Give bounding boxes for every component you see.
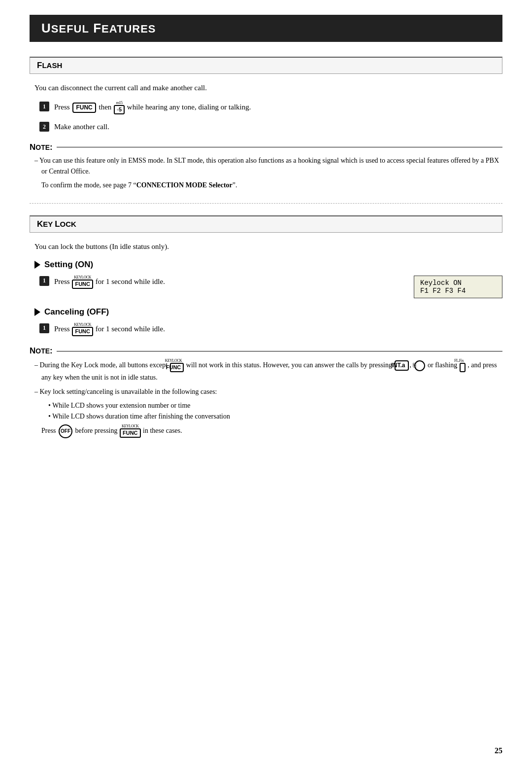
canceling-off-heading: Canceling (OFF) <box>34 307 502 317</box>
chevron-icon-on <box>34 261 40 269</box>
func-keylock-press: KEYLOCK FUNC <box>120 424 141 438</box>
flash-step-1-text: Press FUNC then m15 ◦5 while hearing any… <box>54 101 251 114</box>
keylock-note-content: During the Key Lock mode, all buttons ex… <box>30 359 502 438</box>
lcd-keylock-on: Keylock ON F1 F2 F3 F4 <box>414 276 502 298</box>
func-keylock-note: KEYLOCK FUNC <box>170 359 184 372</box>
phone-icon: ⎘ <box>414 360 425 371</box>
keylock-note-bullet2: While LCD shows duration time after fini… <box>34 411 502 422</box>
flash-note-line2: To confirm the mode, see page 7 “CONNECT… <box>34 180 502 191</box>
keylock-note: NOTE: During the Key Lock mode, all butt… <box>30 346 502 438</box>
keylock-note-title: NOTE: <box>30 346 502 356</box>
canceling-off-step-list: 1 Press KEYLOCK FUNC for 1 second while … <box>34 323 502 336</box>
keylock-desc: You can lock the buttons (In idle status… <box>34 243 502 251</box>
flash-step-1: 1 Press FUNC then m15 ◦5 while hearing a… <box>39 101 502 114</box>
flash-step-2: 2 Make another call. <box>39 121 502 133</box>
setting-on-step-list: 1 Press KEYLOCK FUNC for 1 second while … <box>34 276 404 289</box>
step-number-2: 2 <box>39 122 49 132</box>
int-button: INT.a <box>395 360 408 370</box>
setting-on-step-1-text: Press KEYLOCK FUNC for 1 second while id… <box>54 276 165 289</box>
page-header: USEFUL FEATURES <box>30 15 502 42</box>
flash-content: You can disconnect the current call and … <box>30 84 502 133</box>
step-number-off-1: 1 <box>39 323 49 333</box>
flash-steps: 1 Press FUNC then m15 ◦5 while hearing a… <box>34 101 502 133</box>
page-number: 25 <box>495 746 502 755</box>
chevron-icon-off <box>34 308 40 316</box>
flash-title: FLASH <box>37 61 62 70</box>
canceling-off-step-1-text: Press KEYLOCK FUNC for 1 second while id… <box>54 323 165 336</box>
flash-note-content: You can use this feature only in EMSS mo… <box>30 155 502 191</box>
keylock-section-box: KEY LOCK <box>30 215 502 233</box>
setting-on-steps: 1 Press KEYLOCK FUNC for 1 second while … <box>34 276 502 298</box>
flash-note: NOTE: You can use this feature only in E… <box>30 142 502 191</box>
flfix-icon: FL.Fix ◦ <box>460 359 466 372</box>
func-keylock-button-on: KEYLOCK FUNC <box>72 276 93 289</box>
page-title: USEFUL FEATURES <box>41 21 156 36</box>
keylock-note-line1: During the Key Lock mode, all buttons ex… <box>34 359 502 384</box>
func-button-flash: FUNC <box>72 103 96 112</box>
keylock-note-line2: Key lock setting/canceling is unavailabl… <box>34 386 502 397</box>
flash-step-2-text: Make another call. <box>54 121 109 133</box>
keylock-content: You can lock the buttons (In idle status… <box>30 243 502 336</box>
keylock-note-bullet1: While LCD shows your extension number or… <box>34 400 502 411</box>
setting-on-step-1: 1 Press KEYLOCK FUNC for 1 second while … <box>39 276 404 289</box>
keylock-title: KEY LOCK <box>37 219 76 229</box>
step-number-on-1: 1 <box>39 276 49 286</box>
flash-note-line1: You can use this feature only in EMSS mo… <box>34 155 502 177</box>
setting-on-heading: Setting (ON) <box>34 260 502 270</box>
step-number-1: 1 <box>39 102 49 111</box>
flash-section-box: FLASH <box>30 57 502 74</box>
divider-1 <box>30 203 502 204</box>
flash-desc: You can disconnect the current call and … <box>34 84 502 92</box>
off-button: OFF <box>59 424 72 438</box>
m5-button: m15 ◦5 <box>114 101 125 114</box>
canceling-off-step-1: 1 Press KEYLOCK FUNC for 1 second while … <box>39 323 502 336</box>
flash-note-title: NOTE: <box>30 142 502 152</box>
keylock-press-line: Press OFF before pressing KEYLOCK FUNC i… <box>34 424 502 438</box>
func-keylock-button-off: KEYLOCK FUNC <box>72 323 93 336</box>
